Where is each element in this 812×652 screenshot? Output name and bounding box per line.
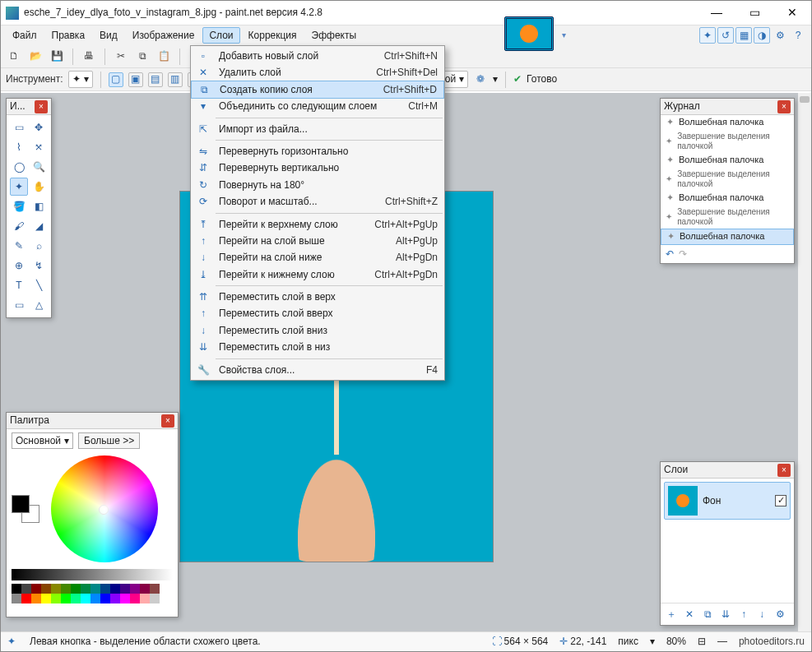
color-swatch[interactable] [110, 584, 120, 594]
color-swatch[interactable] [12, 594, 21, 603]
history-item[interactable]: ✦Волшебная палочка [661, 115, 794, 130]
menu-effects[interactable]: Эффекты [305, 27, 364, 44]
fg-swatch[interactable] [12, 495, 30, 513]
copy-icon[interactable]: ⧉ [134, 49, 151, 65]
status-unit[interactable]: пикс [618, 636, 638, 647]
color-swatch[interactable] [61, 594, 71, 603]
sel-mode-int[interactable]: ▥ [168, 72, 183, 87]
paste-icon[interactable]: 📋 [155, 49, 172, 65]
color-swatch[interactable] [21, 594, 31, 603]
color-swatch[interactable] [81, 584, 90, 594]
menu-item[interactable]: ↓Перейти на слой нижеAlt+PgDn [191, 249, 444, 266]
menu-item[interactable]: ↑Перейти на слой вышеAlt+PgUp [191, 233, 444, 249]
close-icon[interactable]: × [777, 464, 791, 477]
done-label[interactable]: Готово [527, 73, 557, 85]
history-item[interactable]: ✦Волшебная палочка [661, 191, 794, 206]
tool-line[interactable]: ╲ [30, 276, 48, 294]
color-swatch[interactable] [81, 594, 90, 603]
tool-eraser[interactable]: ◢ [30, 217, 48, 235]
colors-window-toggle[interactable]: ◑ [754, 27, 770, 44]
color-swatch[interactable] [120, 584, 130, 594]
tool-pencil[interactable]: ✎ [10, 237, 28, 255]
tool-pan[interactable]: ✋ [30, 178, 48, 196]
up-layer-icon[interactable]: ↑ [736, 607, 751, 622]
color-swatch[interactable] [150, 584, 160, 594]
history-item[interactable]: ✦Завершение выделения палочкой [661, 206, 794, 229]
menu-item[interactable]: ⇵Перевернуть вертикально [191, 160, 444, 176]
flood-mode[interactable]: ❁ [473, 72, 488, 87]
close-icon[interactable]: × [161, 414, 174, 428]
color-swatch[interactable] [71, 594, 81, 603]
menu-item[interactable]: ▫Добавить новый слойCtrl+Shift+N [191, 48, 444, 64]
menu-item[interactable]: ▾Объединить со следующим слоемCtrl+M [191, 98, 444, 114]
tool-lasso[interactable]: ⌇ [10, 138, 28, 156]
color-swatch[interactable] [31, 594, 41, 603]
maximize-button[interactable]: ▭ [735, 1, 773, 25]
tool-shape[interactable]: △ [30, 296, 48, 314]
color-swatch[interactable] [130, 594, 140, 603]
menu-item[interactable]: ↻Повернуть на 180° [191, 177, 444, 193]
color-swatch[interactable] [100, 594, 110, 603]
down-layer-icon[interactable]: ↓ [754, 607, 769, 622]
menu-item[interactable]: ⟳Поворот и масштаб...Ctrl+Shift+Z [191, 193, 444, 210]
tool-picker[interactable]: ⌕ [30, 237, 48, 255]
close-icon[interactable]: × [777, 100, 791, 113]
color-target-dropdown[interactable]: Основной▾ [12, 432, 73, 449]
color-swatch[interactable] [120, 594, 130, 603]
dup-layer-icon[interactable]: ⧉ [700, 607, 715, 622]
menu-item[interactable]: 🔧Свойства слоя...F4 [191, 362, 444, 378]
close-icon[interactable]: × [35, 100, 48, 113]
color-swatch[interactable] [41, 594, 51, 603]
color-swatch[interactable] [21, 584, 31, 594]
color-swatch[interactable] [31, 584, 41, 594]
save-file-icon[interactable]: 💾 [49, 49, 65, 65]
menu-file[interactable]: Файл [6, 27, 44, 44]
tool-text[interactable]: T [10, 276, 28, 294]
tool-move-sel[interactable]: ✥ [30, 118, 48, 136]
close-button[interactable]: ✕ [773, 1, 811, 25]
layer-props-icon[interactable]: ⚙ [773, 607, 787, 622]
tool-zoom[interactable]: 🔍 [30, 158, 48, 176]
color-swatch[interactable] [110, 594, 120, 603]
chevron-down-icon[interactable]: ▾ [650, 636, 655, 647]
status-zoom[interactable]: 80% [666, 636, 686, 647]
menu-item[interactable]: ↓Переместить слой вниз [191, 322, 444, 339]
hist-redo-icon[interactable]: ↷ [679, 248, 687, 260]
tool-clone[interactable]: ⊕ [10, 257, 28, 275]
wheel-cursor[interactable] [99, 505, 109, 515]
tool-rect[interactable]: ▭ [10, 296, 28, 314]
tool-bucket[interactable]: 🪣 [10, 197, 28, 215]
menu-edit[interactable]: Правка [45, 27, 92, 44]
color-swatch[interactable] [150, 594, 160, 603]
color-swatch[interactable] [140, 584, 150, 594]
menu-item[interactable]: ⧉Создать копию слояCtrl+Shift+D [191, 81, 444, 99]
tool-gradient[interactable]: ◧ [30, 197, 48, 215]
new-file-icon[interactable]: 🗋 [6, 49, 22, 65]
color-swatch[interactable] [100, 584, 110, 594]
color-swatch[interactable] [130, 584, 140, 594]
sel-mode-replace[interactable]: ▢ [109, 72, 123, 87]
color-swatch[interactable] [90, 584, 100, 594]
tool-ellipse-sel[interactable]: ◯ [10, 158, 28, 176]
zoom-out-icon[interactable]: ⊟ [698, 636, 706, 647]
add-layer-icon[interactable]: ＋ [664, 607, 679, 622]
sel-mode-add[interactable]: ▣ [128, 72, 143, 87]
menu-item[interactable]: ⤓Перейти к нижнему слоюCtrl+Alt+PgDn [191, 266, 444, 283]
delete-layer-icon[interactable]: ✕ [682, 607, 697, 622]
tools-window-toggle[interactable]: ✦ [699, 27, 716, 44]
layer-row[interactable]: Фон ✓ [664, 482, 791, 520]
menu-item[interactable]: ⤒Перейти к верхнему слоюCtrl+Alt+PgUp [191, 216, 444, 233]
merge-layer-icon[interactable]: ⇊ [718, 607, 733, 622]
menu-item[interactable]: ⇋Перевернуть горизонтально [191, 143, 444, 160]
print-icon[interactable]: 🖶 [81, 49, 97, 65]
cut-icon[interactable]: ✂ [113, 49, 129, 65]
minimize-button[interactable]: — [698, 1, 735, 25]
help-icon[interactable]: ? [790, 27, 806, 44]
more-button[interactable]: Больше >> [78, 432, 140, 449]
menu-image[interactable]: Изображение [126, 27, 202, 44]
layers-window-toggle[interactable]: ▦ [735, 27, 752, 44]
vertical-scrollbar[interactable] [798, 93, 811, 631]
gear-icon[interactable]: ⚙ [772, 27, 788, 44]
tool-move[interactable]: ⤧ [30, 138, 48, 156]
color-swatch[interactable] [51, 594, 61, 603]
